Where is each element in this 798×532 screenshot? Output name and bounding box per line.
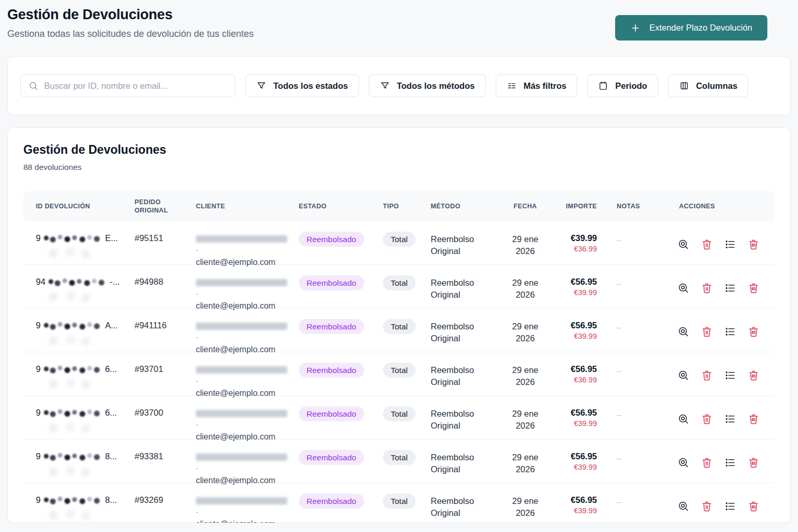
view-details-button[interactable]: [677, 500, 689, 512]
returns-table-card: Gestión de Devoluciones 88 devoluciones …: [7, 127, 791, 523]
return-id-cell: 9 6...: [23, 396, 122, 434]
return-id-cell: 9 8...: [23, 483, 122, 522]
row-actions: [662, 413, 775, 425]
type-cell: Total: [370, 483, 418, 509]
client-cell: . cliente@ejemplo.com: [183, 309, 286, 354]
delete-button[interactable]: [701, 457, 713, 469]
return-date: 29 ene 2026: [500, 309, 550, 344]
type-cell: Total: [370, 352, 418, 378]
trash-file-icon: [748, 413, 760, 425]
refund-method: Reembolso Original: [418, 352, 500, 388]
notes: –: [604, 309, 662, 331]
more-filters-button[interactable]: Más filtros: [496, 74, 578, 97]
return-id-suffix: E...: [105, 233, 118, 243]
redacted-id-blur: [43, 321, 103, 330]
force-delete-button[interactable]: [748, 413, 760, 425]
return-date: 29 ene 2026: [500, 483, 550, 519]
table-row: 9 E... #95151 . cliente@ejemplo.com Reem…: [23, 221, 775, 265]
delete-button[interactable]: [701, 500, 713, 512]
search-box[interactable]: [20, 74, 235, 97]
redacted-id-sub-blur: [43, 509, 93, 522]
trash-icon: [701, 457, 713, 469]
view-details-button[interactable]: [677, 282, 689, 294]
view-details-button[interactable]: [677, 326, 689, 338]
return-id-suffix: 8...: [105, 495, 117, 505]
client-cell: . cliente@ejemplo.com: [183, 221, 286, 267]
log-list-button[interactable]: [724, 500, 736, 512]
period-filter-button[interactable]: Periodo: [587, 74, 658, 97]
redacted-id-sub-blur: [43, 378, 93, 391]
row-actions: [662, 500, 775, 512]
force-delete-button[interactable]: [748, 369, 760, 381]
notes: –: [604, 265, 662, 288]
refund-amount: €39.99: [550, 332, 597, 340]
redacted-id-blur: [43, 452, 103, 461]
force-delete-button[interactable]: [748, 238, 760, 250]
trash-file-icon: [748, 282, 760, 294]
amount-cell: €56.95 €36.99: [550, 352, 604, 384]
force-delete-button[interactable]: [748, 457, 760, 469]
method-filter-label: Todos los métodos: [397, 81, 475, 91]
force-delete-button[interactable]: [748, 500, 760, 512]
view-details-button[interactable]: [677, 238, 689, 250]
status-cell: Reembolsado: [286, 396, 370, 421]
status-badge: Reembolsado: [299, 450, 364, 465]
redacted-client-name: [196, 454, 287, 461]
col-header-actions: ACCIONES: [662, 202, 775, 210]
notes: –: [604, 221, 662, 244]
refund-amount: €36.99: [550, 376, 597, 384]
trash-icon: [701, 238, 713, 250]
return-id-suffix: 8...: [105, 451, 117, 461]
log-list-button[interactable]: [724, 457, 736, 469]
return-id-prefix: 9: [36, 364, 41, 374]
log-list-button[interactable]: [724, 413, 736, 425]
list-icon: [724, 369, 736, 381]
columns-button[interactable]: Columnas: [668, 74, 749, 97]
type-badge: Total: [383, 494, 416, 509]
force-delete-button[interactable]: [748, 326, 760, 338]
list-icon: [724, 500, 736, 512]
status-badge: Reembolsado: [299, 363, 364, 378]
view-details-icon: [677, 457, 689, 469]
status-cell: Reembolsado: [286, 309, 370, 334]
delete-button[interactable]: [701, 369, 713, 381]
method-filter-button[interactable]: Todos los métodos: [369, 74, 486, 97]
log-list-button[interactable]: [724, 326, 736, 338]
page-subtitle: Gestiona todas las solicitudes de devolu…: [7, 29, 254, 39]
view-details-icon: [677, 369, 689, 381]
period-filter-label: Periodo: [615, 81, 647, 91]
notes: –: [604, 440, 662, 462]
status-filter-button[interactable]: Todos los estados: [245, 74, 359, 97]
redacted-id-blur: [43, 496, 103, 505]
log-list-button[interactable]: [724, 282, 736, 294]
original-order: #93269: [122, 483, 183, 505]
log-list-button[interactable]: [724, 238, 736, 250]
log-list-button[interactable]: [724, 369, 736, 381]
redacted-id-sub-blur: [43, 335, 93, 347]
return-id-suffix: 6...: [105, 364, 117, 374]
redacted-id-blur: [43, 408, 103, 418]
force-delete-button[interactable]: [748, 282, 760, 294]
more-filters-label: Más filtros: [524, 81, 567, 91]
search-input[interactable]: [44, 81, 227, 91]
status-cell: Reembolsado: [286, 265, 370, 290]
client-cell: . cliente@ejemplo.com: [183, 352, 286, 398]
return-id-suffix: 6...: [105, 408, 117, 418]
view-details-button[interactable]: [677, 413, 689, 425]
view-details-button[interactable]: [677, 369, 689, 381]
delete-button[interactable]: [701, 326, 713, 338]
status-badge: Reembolsado: [299, 319, 364, 334]
notes: –: [604, 352, 662, 375]
row-actions: [662, 238, 775, 250]
table-title: Gestión de Devoluciones: [23, 142, 775, 157]
extend-deadline-button[interactable]: Extender Plazo Devolución: [615, 15, 767, 41]
delete-button[interactable]: [701, 282, 713, 294]
delete-button[interactable]: [701, 238, 713, 250]
table-body: 9 E... #95151 . cliente@ejemplo.com Reem…: [23, 221, 775, 523]
redacted-id-blur: [47, 277, 108, 287]
return-id-cell: 9 6...: [23, 352, 122, 391]
delete-button[interactable]: [701, 413, 713, 425]
view-details-icon: [677, 238, 689, 250]
type-badge: Total: [383, 406, 416, 421]
view-details-button[interactable]: [677, 457, 689, 469]
